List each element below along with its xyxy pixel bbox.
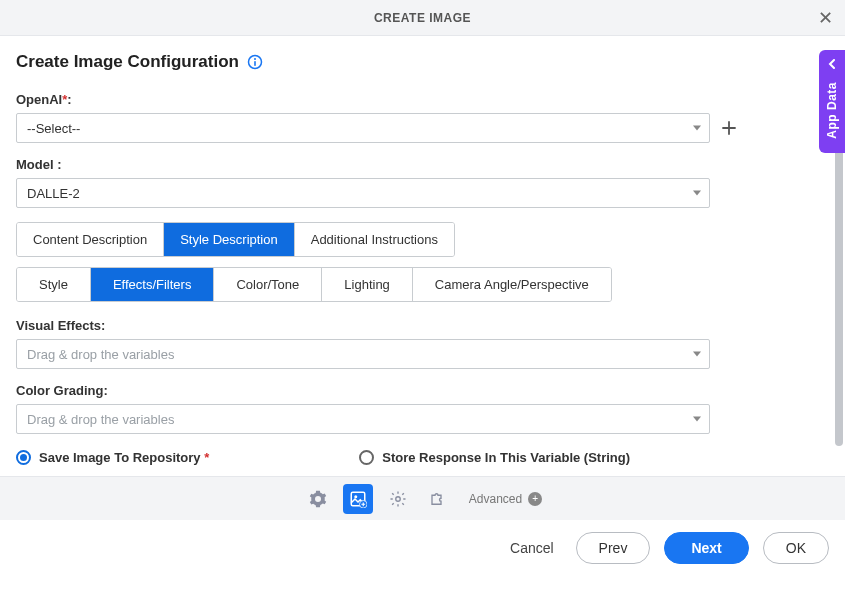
info-icon[interactable]	[247, 54, 263, 70]
dialog-header: CREATE IMAGE ✕	[0, 0, 845, 36]
openai-field: OpenAI*: --Select--	[16, 92, 825, 143]
color-grading-label: Color Grading:	[16, 383, 825, 398]
model-label: Model :	[16, 157, 825, 172]
caret-down-icon	[693, 417, 701, 422]
gear-outline-icon[interactable]	[383, 484, 413, 514]
bottom-toolbar: Advanced +	[0, 476, 845, 520]
radio-save-to-repository[interactable]: Save Image To Repository *	[16, 450, 209, 465]
close-icon[interactable]: ✕	[818, 9, 833, 27]
sub-tab-effects-filters[interactable]: Effects/Filters	[91, 268, 215, 301]
openai-select[interactable]: --Select--	[16, 113, 710, 143]
color-grading-select[interactable]: Drag & drop the variables	[16, 404, 710, 434]
caret-down-icon	[693, 126, 701, 131]
dialog-footer: Cancel Prev Next OK	[0, 520, 845, 576]
image-add-icon[interactable]	[343, 484, 373, 514]
sub-tab-color-tone[interactable]: Color/Tone	[214, 268, 322, 301]
model-field: Model : DALLE-2	[16, 157, 825, 208]
caret-down-icon	[693, 191, 701, 196]
visual-effects-placeholder: Drag & drop the variables	[27, 347, 174, 362]
next-button[interactable]: Next	[664, 532, 748, 564]
svg-point-1	[254, 58, 256, 60]
main-tabs: Content Description Style Description Ad…	[16, 222, 455, 257]
svg-point-4	[354, 495, 357, 498]
prev-button[interactable]: Prev	[576, 532, 651, 564]
visual-effects-label: Visual Effects:	[16, 318, 825, 333]
caret-down-icon	[693, 352, 701, 357]
visual-effects-select[interactable]: Drag & drop the variables	[16, 339, 710, 369]
gear-icon[interactable]	[303, 484, 333, 514]
model-value: DALLE-2	[27, 186, 80, 201]
cancel-button[interactable]: Cancel	[502, 540, 562, 556]
radio-store-variable[interactable]: Store Response In This Variable (String)	[359, 450, 630, 465]
tab-additional-instructions[interactable]: Additional Instructions	[295, 223, 454, 256]
side-tab-label: App Data	[825, 82, 839, 139]
svg-point-6	[396, 496, 401, 501]
visual-effects-field: Visual Effects: Drag & drop the variable…	[16, 318, 825, 369]
svg-rect-2	[254, 61, 256, 66]
add-openai-icon[interactable]	[720, 119, 738, 137]
ok-button[interactable]: OK	[763, 532, 829, 564]
app-data-side-tab[interactable]: App Data	[819, 50, 845, 153]
sub-tab-style[interactable]: Style	[17, 268, 91, 301]
color-grading-placeholder: Drag & drop the variables	[27, 412, 174, 427]
page-title-row: Create Image Configuration	[16, 52, 825, 72]
storage-radio-group: Save Image To Repository * Store Respons…	[16, 450, 825, 465]
radio-unchecked-icon	[359, 450, 374, 465]
tab-content-description[interactable]: Content Description	[17, 223, 164, 256]
chevron-left-icon	[827, 56, 837, 72]
page-title: Create Image Configuration	[16, 52, 239, 72]
plus-circle-icon: +	[528, 492, 542, 506]
radio-checked-icon	[16, 450, 31, 465]
sub-tab-lighting[interactable]: Lighting	[322, 268, 413, 301]
puzzle-icon[interactable]	[423, 484, 453, 514]
openai-label: OpenAI*:	[16, 92, 825, 107]
tab-style-description[interactable]: Style Description	[164, 223, 295, 256]
content-area: Create Image Configuration OpenAI*: --Se…	[0, 36, 845, 476]
dialog-title: CREATE IMAGE	[374, 11, 471, 25]
sub-tab-camera-angle[interactable]: Camera Angle/Perspective	[413, 268, 611, 301]
model-select[interactable]: DALLE-2	[16, 178, 710, 208]
radio-store-label: Store Response In This Variable (String)	[382, 450, 630, 465]
advanced-label: Advanced	[469, 492, 522, 506]
sub-tabs: Style Effects/Filters Color/Tone Lightin…	[16, 267, 612, 302]
advanced-toggle[interactable]: Advanced +	[469, 492, 542, 506]
openai-value: --Select--	[27, 121, 80, 136]
radio-save-label: Save Image To Repository *	[39, 450, 209, 465]
color-grading-field: Color Grading: Drag & drop the variables	[16, 383, 825, 434]
